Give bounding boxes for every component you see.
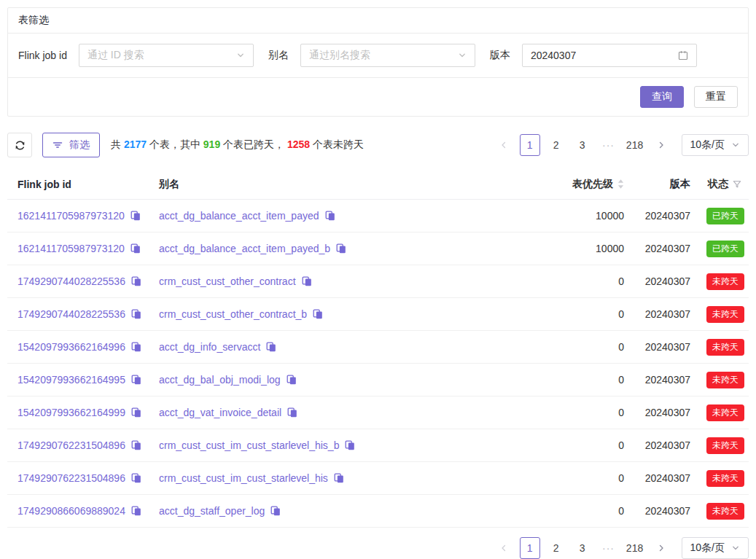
alias-link[interactable]: crm_cust_cust_other_contract_b [159, 308, 307, 320]
column-header-priority[interactable]: 表优先级 [537, 178, 624, 191]
next-page-button[interactable] [651, 537, 671, 559]
copy-icon[interactable] [287, 407, 297, 418]
copy-icon[interactable] [130, 243, 141, 254]
flink-job-id-link[interactable]: 1542097993662164999 [17, 407, 125, 418]
next-page-button[interactable] [651, 134, 671, 156]
priority-value: 0 [537, 275, 624, 287]
refresh-button[interactable] [7, 133, 32, 157]
copy-icon[interactable] [130, 211, 141, 221]
chevron-left-icon [499, 141, 508, 149]
copy-icon[interactable] [325, 211, 335, 221]
copy-icon[interactable] [270, 506, 281, 516]
page-button-3[interactable]: 3 [572, 537, 593, 559]
refresh-icon [15, 140, 26, 151]
copy-icon[interactable] [336, 243, 346, 254]
filter-card-title: 表筛选 [8, 8, 748, 34]
prev-page-button[interactable] [494, 134, 514, 156]
copy-icon[interactable] [131, 506, 141, 516]
search-button[interactable]: 查询 [640, 86, 684, 108]
priority-value: 10000 [537, 243, 624, 254]
status-badge: 未跨天 [706, 470, 744, 487]
priority-value: 0 [537, 407, 624, 418]
page-button-3[interactable]: 3 [572, 134, 593, 156]
page: 表筛选 Flink job id 通过 ID 搜索 别名 通过别名搜索 [0, 0, 756, 559]
table-row: 1749290762231504896 crm_cust_cust_im_cus… [7, 462, 749, 495]
alias-link[interactable]: acct_dg_staff_oper_log [159, 505, 265, 517]
alias-link[interactable]: acct_dg_bal_obj_modi_log [159, 374, 281, 386]
table-row: 1542097993662164995 acct_dg_bal_obj_modi… [7, 364, 749, 396]
filter-funnel-icon[interactable] [733, 180, 741, 189]
copy-icon[interactable] [131, 342, 141, 352]
copy-icon[interactable] [131, 407, 141, 418]
column-header-status: 状态 [690, 178, 749, 191]
version-date-input[interactable]: 20240307 [522, 44, 697, 67]
filter-toggle-label: 筛选 [69, 138, 90, 152]
version-label: 版本 [490, 49, 510, 62]
page-button-1[interactable]: 1 [520, 134, 540, 156]
copy-icon[interactable] [131, 473, 141, 483]
flink-job-id-link[interactable]: 1749290744028225536 [17, 308, 125, 320]
status-badge: 未跨天 [706, 404, 744, 421]
page-size-select[interactable]: 10条/页 [682, 537, 749, 559]
priority-value: 0 [537, 374, 624, 386]
sorter-icon[interactable] [617, 179, 624, 189]
flink-job-id-link[interactable]: 1621411705987973120 [17, 243, 125, 254]
alias-link[interactable]: acct_dg_balance_acct_item_payed [159, 210, 319, 222]
flink-job-id-link[interactable]: 1542097993662164995 [17, 374, 125, 386]
version-value: 20240307 [624, 210, 690, 222]
column-header-priority-label: 表优先级 [572, 178, 613, 191]
filter-lines-icon [52, 141, 63, 149]
copy-icon[interactable] [131, 440, 141, 450]
filter-actions: 查询 重置 [8, 77, 748, 116]
filter-card: 表筛选 Flink job id 通过 ID 搜索 别名 通过别名搜索 [7, 7, 749, 117]
copy-icon[interactable] [131, 375, 141, 385]
page-button-2[interactable]: 2 [546, 134, 566, 156]
copy-icon[interactable] [131, 276, 141, 286]
copy-icon[interactable] [287, 375, 297, 385]
version-value: 20240307 [624, 439, 690, 451]
toolbar-left: 筛选 共 2177 个表，其中 919 个表已跨天， 1258 个表未跨天 [7, 133, 364, 157]
page-size-label: 10条/页 [690, 138, 725, 152]
flink-job-id-link[interactable]: 1749290866069889024 [17, 505, 125, 517]
page-size-select[interactable]: 10条/页 [682, 134, 749, 156]
page-button-218[interactable]: 218 [625, 537, 645, 559]
alias-link[interactable]: crm_cust_cust_im_cust_starlevel_his [159, 472, 328, 484]
alias-link[interactable]: acct_dg_balance_acct_item_payed_b [159, 243, 330, 254]
chevron-down-icon [458, 51, 467, 60]
reset-button[interactable]: 重置 [694, 86, 738, 108]
copy-icon[interactable] [345, 440, 355, 450]
table-row: 1749290762231504896 crm_cust_cust_im_cus… [7, 429, 749, 462]
flink-job-id-link[interactable]: 1749290762231504896 [17, 472, 125, 484]
flink-job-id-select[interactable]: 通过 ID 搜索 [79, 44, 254, 67]
flink-job-id-link[interactable]: 1749290744028225536 [17, 275, 125, 287]
prev-page-button[interactable] [494, 537, 514, 559]
alias-link[interactable]: crm_cust_cust_other_contract [159, 275, 296, 287]
page-button-2[interactable]: 2 [546, 537, 566, 559]
copy-icon[interactable] [131, 309, 141, 319]
flink-job-id-link[interactable]: 1542097993662164996 [17, 341, 125, 353]
summary-not-crossed-count: 1258 [287, 138, 310, 150]
flink-job-id-link[interactable]: 1621411705987973120 [17, 210, 125, 222]
version-value: 20240307 [624, 505, 690, 517]
table-row: 1621411705987973120 acct_dg_balance_acct… [7, 232, 749, 265]
flink-job-id-link[interactable]: 1749290762231504896 [17, 439, 125, 451]
copy-icon[interactable] [266, 342, 276, 352]
copy-icon[interactable] [313, 309, 323, 319]
alias-select[interactable]: 通过别名搜索 [300, 44, 475, 67]
priority-value: 0 [537, 439, 624, 451]
priority-value: 0 [537, 505, 624, 517]
page-button-218[interactable]: 218 [625, 134, 645, 156]
alias-link[interactable]: acct_dg_vat_invoice_detail [159, 407, 281, 418]
flink-job-id-field: Flink job id 通过 ID 搜索 [18, 44, 254, 67]
pagination-ellipsis: ··· [599, 134, 619, 156]
filter-toggle-button[interactable]: 筛选 [42, 133, 100, 157]
copy-icon[interactable] [302, 276, 312, 286]
status-badge: 未跨天 [706, 372, 744, 388]
page-button-1[interactable]: 1 [520, 537, 540, 559]
alias-link[interactable]: crm_cust_cust_im_cust_starlevel_his_b [159, 439, 339, 451]
copy-icon[interactable] [334, 473, 344, 483]
status-badge: 已跨天 [706, 241, 744, 257]
table-row: 1749290866069889024 acct_dg_staff_oper_l… [7, 495, 749, 528]
alias-link[interactable]: acct_dg_info_servacct [159, 341, 260, 353]
summary-text: 共 [111, 138, 124, 150]
